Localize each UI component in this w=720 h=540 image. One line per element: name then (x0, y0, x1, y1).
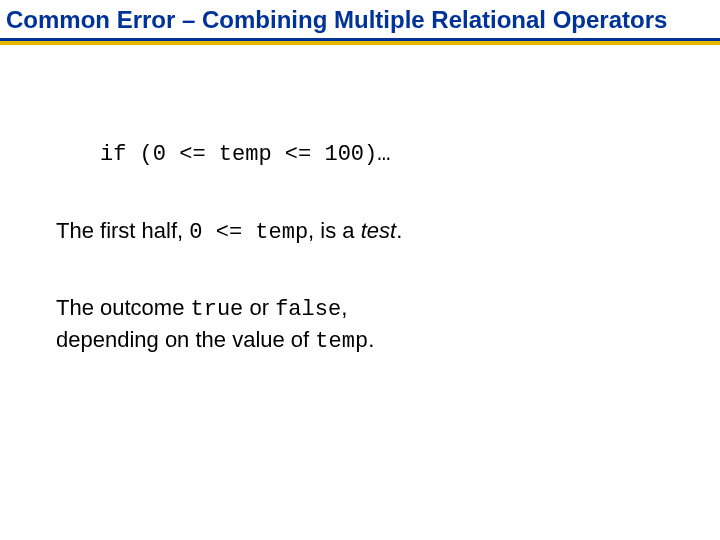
text: , (341, 295, 347, 320)
slide-title: Common Error – Combining Multiple Relati… (6, 6, 714, 35)
divider-gold (0, 41, 720, 45)
slide: Common Error – Combining Multiple Relati… (0, 0, 720, 540)
code-example: if (0 <= temp <= 100)… (100, 140, 664, 170)
text: depending on the value of (56, 327, 315, 352)
text: , is a (308, 218, 361, 243)
code-inline: temp (315, 329, 368, 354)
code-inline: false (275, 297, 341, 322)
text: The first half, (56, 218, 189, 243)
paragraph-2: The outcome true or false, depending on … (56, 293, 664, 356)
text: . (368, 327, 374, 352)
text: The outcome (56, 295, 191, 320)
code-inline: true (191, 297, 244, 322)
text: . (396, 218, 402, 243)
text-italic: test (361, 218, 396, 243)
paragraph-1: The first half, 0 <= temp, is a test. (56, 216, 664, 248)
code-inline: 0 <= temp (189, 220, 308, 245)
text: or (243, 295, 275, 320)
slide-body: if (0 <= temp <= 100)… The first half, 0… (56, 140, 664, 357)
